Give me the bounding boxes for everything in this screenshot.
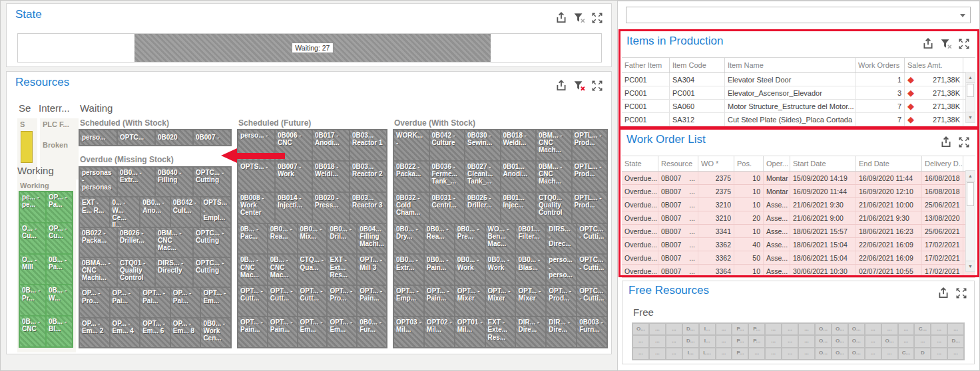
resource-tile[interactable]: 0B022 - Packa... xyxy=(393,161,429,192)
resource-tile[interactable]: ... xyxy=(632,335,649,347)
resource-tile[interactable]: OPT... - Em... xyxy=(200,287,231,317)
resource-tile[interactable]: personas - personas xyxy=(79,167,117,197)
resource-tile[interactable]: 0BM... - CNC Mach... xyxy=(536,130,572,161)
resource-tile[interactable]: OPTC... xyxy=(117,130,155,146)
resource-tile[interactable]: ... xyxy=(765,335,782,347)
resource-tile[interactable]: OP... - Pai... xyxy=(110,287,140,317)
column-header[interactable]: State xyxy=(622,156,658,171)
resource-tile[interactable]: WORK... - xyxy=(393,130,429,161)
resource-tile[interactable]: OPT... - Mixer xyxy=(515,285,546,316)
resource-tile[interactable]: 0B026 - Driller... xyxy=(117,227,155,257)
resource-tile[interactable]: 0B01... Anodi... xyxy=(501,161,537,192)
export-icon[interactable] xyxy=(937,287,949,299)
resource-tile[interactable]: 0B022 - Packa... xyxy=(79,227,117,257)
chevron-down-icon[interactable] xyxy=(960,14,965,17)
resource-tile[interactable]: OP... - Em... 2 xyxy=(79,318,110,348)
resource-tile[interactable]: OPTC... - Cutting xyxy=(193,167,231,197)
filter-dropdown-input[interactable] xyxy=(626,7,970,23)
resource-tile[interactable]: ... xyxy=(716,335,732,347)
resource-tile[interactable]: 0B0... - Pain... xyxy=(424,254,455,285)
work-order-row[interactable]: Overdue...0B007...336240Asse...18/06/202… xyxy=(622,238,975,251)
resource-tile[interactable]: 0BMA... - CNC Machi... xyxy=(79,257,117,287)
resource-tile[interactable]: OPT... - Pro... xyxy=(327,285,357,316)
resource-tile[interactable]: 0B031 - Centri... xyxy=(429,192,465,223)
resource-tile[interactable]: ... xyxy=(865,348,881,360)
resource-tile[interactable]: OPT... - Em... xyxy=(327,316,357,348)
resource-tile[interactable]: D xyxy=(914,348,931,360)
resource-tile[interactable]: 0B007 - Work xyxy=(275,161,312,192)
resource-tile[interactable]: O... - Cu... xyxy=(19,223,46,254)
resource-tile[interactable]: 0B... - Bl... xyxy=(46,316,73,347)
resource-tile[interactable]: OPT... - Emp... xyxy=(393,285,424,316)
resource-tile[interactable]: O... xyxy=(832,348,848,360)
resource-tile[interactable]: ... xyxy=(649,335,666,347)
setup-resource-tile[interactable] xyxy=(21,131,33,163)
resource-tile[interactable]: ... xyxy=(782,348,798,360)
resource-tile[interactable]: OPT... - Mixer xyxy=(455,285,485,316)
column-header[interactable]: Pos. xyxy=(734,156,764,171)
resource-tile[interactable]: 0B030 - Sewin... xyxy=(465,130,501,161)
clear-filter-icon[interactable] xyxy=(940,38,952,50)
items-table-row[interactable]: PC001SA312Cut Steel Plate (Sides)_Placa … xyxy=(622,113,975,126)
work-order-row[interactable]: Overdue...0B007...336250Asse...18/06/202… xyxy=(622,251,975,265)
column-header[interactable]: Start Date xyxy=(790,156,856,171)
scroll-up-button[interactable]: ▲ xyxy=(966,171,975,182)
resource-tile[interactable]: 0B0... - Extr... xyxy=(117,167,155,197)
resource-tile[interactable]: ... xyxy=(898,323,915,335)
resource-tile[interactable]: ... xyxy=(931,335,947,347)
resource-tile[interactable]: 0B042 - Cult... xyxy=(170,197,201,227)
resource-tile[interactable]: 0B018 - Weldi... xyxy=(501,130,537,161)
resource-tile[interactable]: O... xyxy=(815,348,832,360)
resource-tile[interactable]: OPTC... - Cutting xyxy=(193,257,231,287)
resource-tile[interactable]: ... xyxy=(716,323,732,335)
resource-tile[interactable]: 0B020 - Press... xyxy=(312,192,350,223)
resource-tile[interactable]: 0B020 xyxy=(155,130,193,146)
resource-tile[interactable]: 0B027 - Cleani... Tank_... xyxy=(465,161,501,192)
resource-tile[interactable]: EXT - E... R... xyxy=(79,197,110,227)
resource-tile[interactable]: OP... - Pro... xyxy=(79,287,110,317)
resource-tile[interactable]: D... xyxy=(947,335,964,347)
maximize-icon[interactable] xyxy=(958,136,970,148)
column-header[interactable]: WO * xyxy=(698,156,734,171)
resource-tile[interactable]: ... xyxy=(947,323,964,335)
work-order-row[interactable]: Overdue...0B007...334110Asse...18/06/202… xyxy=(622,225,975,238)
resource-tile[interactable]: OPT... - Pain... xyxy=(357,285,387,316)
resource-tile[interactable]: C... xyxy=(898,348,915,360)
resource-tile[interactable]: 0B003 - Furn... xyxy=(577,316,607,348)
resource-tile[interactable]: L... xyxy=(699,348,716,360)
column-header[interactable]: Oper... xyxy=(764,156,790,171)
scroll-down-button[interactable]: ▼ xyxy=(966,112,975,122)
resource-tile[interactable]: 0B... - CNC Mac... xyxy=(238,254,268,285)
resource-tile[interactable]: 0B... - CNC xyxy=(19,316,46,347)
resource-tile[interactable]: ... xyxy=(765,348,782,360)
scroll-thumb[interactable] xyxy=(967,84,974,97)
resource-tile[interactable]: OP... - Pai... xyxy=(170,287,201,317)
resource-tile[interactable]: ... xyxy=(649,323,666,335)
resource-tile[interactable]: O... xyxy=(815,323,832,335)
resource-tile[interactable]: perso... - perso... xyxy=(546,254,577,285)
resource-tile[interactable]: OPTS... - xyxy=(238,161,275,192)
resource-tile[interactable]: 0B0... - Work Cen... xyxy=(200,318,231,348)
resource-tile[interactable]: OP... - Pa... xyxy=(46,191,73,223)
resource-tile[interactable]: ... xyxy=(666,323,682,335)
resource-tile[interactable]: 0B017 - Anodi... xyxy=(312,130,350,161)
resource-tile[interactable]: ... xyxy=(798,323,815,335)
resource-tile[interactable]: O... xyxy=(848,323,865,335)
resource-tile[interactable]: 0B042 - Culture xyxy=(429,130,465,161)
resource-tile[interactable]: DIR... - Dire... xyxy=(546,316,577,348)
resource-tile[interactable]: ... xyxy=(748,348,765,360)
resource-tile[interactable]: ... xyxy=(782,323,798,335)
resource-tile[interactable]: OPT... - Cutt... xyxy=(268,285,298,316)
resource-tile[interactable]: DIR... - Dire... xyxy=(515,316,546,348)
resource-tile[interactable]: ... xyxy=(931,348,947,360)
resource-tile[interactable]: 0B0... - Fur... xyxy=(357,316,387,348)
resource-tile[interactable]: 0B01... Filter... xyxy=(515,223,546,255)
resource-tile[interactable]: 0BM... - CNC Mach... xyxy=(536,161,572,192)
resource-tile[interactable]: OPTS... - Empl... xyxy=(200,197,231,227)
resource-tile[interactable]: D... xyxy=(682,335,699,347)
export-icon[interactable] xyxy=(555,80,567,92)
export-icon[interactable] xyxy=(555,12,567,24)
items-table-row[interactable]: PC001PC001Elevator_Ascensor_Elevador3◆27… xyxy=(622,86,975,100)
resource-tile[interactable]: O... xyxy=(881,335,898,347)
resource-tile[interactable]: OP... - Cu... xyxy=(46,223,73,254)
